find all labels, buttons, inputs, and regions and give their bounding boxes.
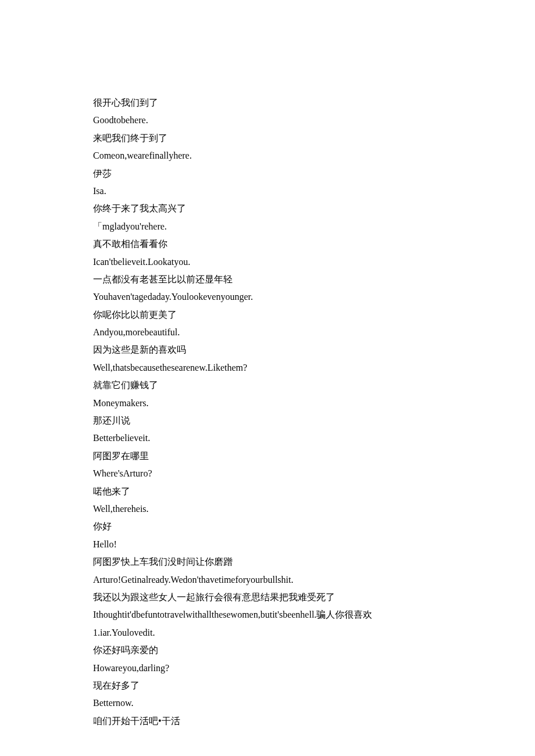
text-line: Betternow. xyxy=(93,694,442,712)
text-line: Goodtobehere. xyxy=(93,112,442,129)
text-line: 我还以为跟这些女人一起旅行会很有意思结果把我难受死了 xyxy=(93,589,442,606)
text-line: Betterbelieveit. xyxy=(93,429,442,447)
text-line: 1.iar.Youlovedit. xyxy=(93,624,442,642)
text-line: 很开心我们到了 xyxy=(93,94,442,112)
text-line: Moneymakers. xyxy=(93,395,442,412)
text-line: 阿图罗在哪里 xyxy=(93,447,442,465)
text-line: 你终于来了我太高兴了 xyxy=(93,200,442,217)
text-line: Arturo!Getinalready.Wedon'thavetimeforyo… xyxy=(93,571,442,589)
text-line: Andyou,morebeautiful. xyxy=(93,324,442,341)
text-line: 阿图罗快上车我们没时间让你磨蹭 xyxy=(93,553,442,571)
text-line: Youhaven'tagedaday.Youlookevenyounger. xyxy=(93,288,442,306)
text-line: 咱们开始干活吧•干活 xyxy=(93,712,442,730)
text-line: 现在好多了 xyxy=(93,677,442,694)
text-line: 你好 xyxy=(93,518,442,535)
text-line: 因为这些是新的喜欢吗 xyxy=(93,341,442,359)
text-line: Well,thatsbecausethesearenew.Likethem? xyxy=(93,359,442,377)
document-content: 很开心我们到了Goodtobehere.来吧我们终于到了Comeon,weare… xyxy=(93,94,442,730)
text-line: Hello! xyxy=(93,536,442,553)
text-line: Comeon,wearefinallyhere. xyxy=(93,147,442,164)
text-line: 「mgladyou'rehere. xyxy=(93,218,442,235)
text-line: Well,thereheis. xyxy=(93,500,442,518)
text-line: 那还川说 xyxy=(93,412,442,429)
text-line: Ithoughtit'dbefuntotravelwithallthesewom… xyxy=(93,606,442,624)
text-line: 你呢你比以前更美了 xyxy=(93,306,442,324)
text-line: Where'sArturo? xyxy=(93,465,442,482)
text-line: 真不敢相信看看你 xyxy=(93,235,442,253)
text-line: 喏他来了 xyxy=(93,483,442,500)
text-line: Howareyou,darling? xyxy=(93,660,442,677)
text-line: 一点都没有老甚至比以前还显年轻 xyxy=(93,271,442,288)
text-line: 就靠它们赚钱了 xyxy=(93,377,442,394)
text-line: 伊莎 xyxy=(93,165,442,182)
text-line: Isa. xyxy=(93,182,442,200)
text-line: 你还好吗亲爱的 xyxy=(93,642,442,659)
text-line: Ican'tbelieveit.Lookatyou. xyxy=(93,253,442,271)
text-line: 来吧我们终于到了 xyxy=(93,130,442,147)
